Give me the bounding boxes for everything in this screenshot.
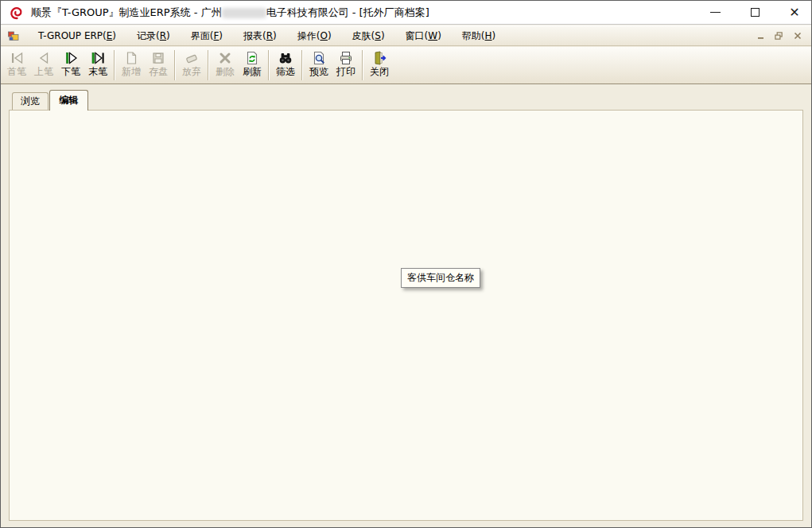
toolbar-filter-button[interactable]: 筛选 — [272, 48, 299, 83]
eraser-icon — [184, 50, 200, 66]
toolbar-button-label: 筛选 — [276, 67, 295, 77]
toolbar-close-window-button[interactable]: 关闭 — [366, 48, 393, 83]
toolbar-button-label: 下笔 — [61, 67, 80, 77]
toolbar-button-label: 刷新 — [243, 67, 262, 77]
menu-records[interactable]: 记录(R) — [126, 26, 181, 45]
toolbar: 首笔上笔下笔末笔新增存盘放弃删除刷新筛选预览打印关闭 — [1, 47, 811, 84]
redacted-company-name — [222, 8, 266, 18]
menu-skin[interactable]: 皮肤(S) — [342, 26, 395, 45]
new-icon — [123, 50, 139, 66]
child-window-icon — [7, 29, 20, 42]
toolbar-save-record-button[interactable]: 存盘 — [145, 48, 172, 83]
tab-edit[interactable]: 编辑 — [49, 90, 88, 111]
toolbar-refresh-button[interactable]: 刷新 — [239, 48, 266, 83]
print-icon — [338, 50, 354, 66]
toolbar-delete-record-button[interactable]: 删除 — [212, 48, 239, 83]
mdi-minimize-icon[interactable] — [755, 30, 767, 41]
toolbar-button-label: 新增 — [122, 67, 141, 77]
menu-window[interactable]: 窗口(W) — [395, 26, 452, 45]
mdi-close-icon[interactable] — [791, 30, 803, 41]
menu-operations[interactable]: 操作(O) — [287, 26, 342, 45]
titlebar: 顺景『T-GROUP』制造业ERP系统 - 广州电子科技有限公司 - [托外厂商… — [1, 1, 811, 25]
tab-browse[interactable]: 浏览 — [12, 92, 49, 110]
toolbar-button-label: 上笔 — [34, 67, 53, 77]
toolbar-last-record-button[interactable]: 末笔 — [84, 48, 111, 83]
toolbar-print-button[interactable]: 打印 — [332, 48, 359, 83]
app-logo-icon — [9, 5, 25, 21]
refresh-icon — [244, 50, 260, 66]
app-window: 顺景『T-GROUP』制造业ERP系统 - 广州电子科技有限公司 - [托外厂商… — [0, 0, 812, 528]
maximize-button[interactable] — [743, 3, 767, 22]
toolbar-preview-button[interactable]: 预览 — [305, 48, 332, 83]
toolbar-separator — [114, 50, 115, 80]
toolbar-new-record-button[interactable]: 新增 — [118, 48, 145, 83]
toolbar-button-label: 放弃 — [182, 67, 201, 77]
customer-warehouse-tooltip: 客供车间仓名称 — [401, 268, 480, 288]
window-title: 顺景『T-GROUP』制造业ERP系统 - 广州电子科技有限公司 - [托外厂商… — [31, 6, 429, 20]
menu-interface[interactable]: 界面(F) — [181, 26, 233, 45]
menu-help[interactable]: 帮助(H) — [452, 26, 506, 45]
toolbar-separator — [301, 50, 303, 80]
edit-panel — [9, 110, 803, 521]
toolbar-separator — [208, 50, 209, 80]
mdi-restore-icon[interactable] — [773, 30, 785, 41]
menubar-items: T-GROUP ERP(E)记录(R)界面(F)报表(R)操作(O)皮肤(S)窗… — [28, 26, 506, 45]
delete-icon — [217, 50, 233, 66]
prev-icon — [36, 50, 52, 66]
toolbar-button-label: 关闭 — [370, 67, 389, 77]
toolbar-discard-button[interactable]: 放弃 — [178, 48, 205, 83]
toolbar-separator — [268, 50, 270, 80]
last-icon — [90, 50, 106, 66]
toolbar-button-label: 末笔 — [88, 67, 107, 77]
toolbar-separator — [174, 50, 176, 80]
minimize-button[interactable] — [703, 3, 727, 22]
toolbar-first-record-button[interactable]: 首笔 — [3, 48, 30, 83]
toolbar-separator — [362, 50, 363, 80]
menu-tgroup-erp[interactable]: T-GROUP ERP(E) — [28, 26, 126, 45]
next-icon — [63, 50, 79, 66]
mdi-window-controls — [755, 30, 803, 41]
toolbar-prev-record-button[interactable]: 上笔 — [30, 48, 57, 83]
toolbar-button-label: 打印 — [336, 67, 355, 77]
first-icon — [9, 50, 25, 66]
door-icon — [371, 50, 387, 66]
save-icon — [150, 50, 166, 66]
toolbar-button-label: 首笔 — [7, 67, 26, 77]
preview-icon — [311, 50, 327, 66]
toolbar-next-record-button[interactable]: 下笔 — [57, 48, 84, 83]
toolbar-button-label: 预览 — [309, 67, 328, 77]
binoculars-icon — [278, 50, 293, 66]
close-button[interactable]: ✕ — [783, 3, 806, 22]
toolbar-button-label: 存盘 — [149, 67, 168, 77]
menubar: T-GROUP ERP(E)记录(R)界面(F)报表(R)操作(O)皮肤(S)窗… — [1, 25, 811, 46]
toolbar-button-label: 删除 — [216, 67, 235, 77]
menu-reports[interactable]: 报表(R) — [233, 26, 287, 45]
